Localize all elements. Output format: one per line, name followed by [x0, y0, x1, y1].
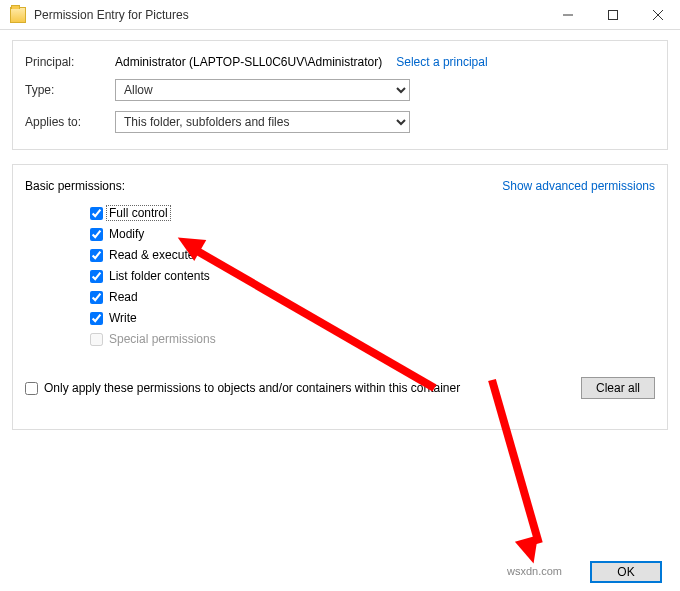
title-bar: Permission Entry for Pictures: [0, 0, 680, 30]
permissions-list: Full control Modify Read & execute List …: [90, 203, 655, 349]
perm-special-label: Special permissions: [109, 332, 216, 346]
select-principal-link[interactable]: Select a principal: [396, 55, 487, 69]
only-apply-label: Only apply these permissions to objects …: [44, 381, 460, 395]
principal-label: Principal:: [25, 55, 115, 69]
perm-read: Read: [90, 287, 655, 307]
perm-modify: Modify: [90, 224, 655, 244]
type-row: Type: Allow: [25, 79, 655, 101]
principal-value: Administrator (LAPTOP-SLL0C6UV\Administr…: [115, 55, 382, 69]
principal-row: Principal: Administrator (LAPTOP-SLL0C6U…: [25, 55, 655, 69]
only-apply-checkbox[interactable]: [25, 382, 38, 395]
perm-write-label: Write: [109, 311, 137, 325]
perm-list-folder-checkbox[interactable]: [90, 270, 103, 283]
perm-full-control-checkbox[interactable]: [90, 207, 103, 220]
perm-read-label: Read: [109, 290, 138, 304]
minimize-button[interactable]: [545, 0, 590, 30]
ok-button[interactable]: OK: [590, 561, 662, 583]
type-label: Type:: [25, 83, 115, 97]
only-apply-row: Only apply these permissions to objects …: [25, 377, 655, 399]
basic-permissions-heading: Basic permissions:: [25, 179, 125, 193]
perm-write: Write: [90, 308, 655, 328]
applies-row: Applies to: This folder, subfolders and …: [25, 111, 655, 133]
clear-all-button[interactable]: Clear all: [581, 377, 655, 399]
perm-special: Special permissions: [90, 329, 655, 349]
perm-list-folder: List folder contents: [90, 266, 655, 286]
applies-label: Applies to:: [25, 115, 115, 129]
perm-write-checkbox[interactable]: [90, 312, 103, 325]
svg-rect-1: [608, 10, 617, 19]
maximize-button[interactable]: [590, 0, 635, 30]
watermark-text: wsxdn.com: [507, 565, 562, 577]
perm-read-checkbox[interactable]: [90, 291, 103, 304]
applies-select[interactable]: This folder, subfolders and files: [115, 111, 410, 133]
advanced-permissions-link[interactable]: Show advanced permissions: [502, 179, 655, 193]
perm-read-execute-checkbox[interactable]: [90, 249, 103, 262]
perm-full-control-label: Full control: [106, 205, 171, 221]
principal-panel: Principal: Administrator (LAPTOP-SLL0C6U…: [12, 40, 668, 150]
perm-modify-label: Modify: [109, 227, 144, 241]
window-title: Permission Entry for Pictures: [34, 8, 545, 22]
perm-read-execute: Read & execute: [90, 245, 655, 265]
perm-read-execute-label: Read & execute: [109, 248, 194, 262]
dialog-body: Principal: Administrator (LAPTOP-SLL0C6U…: [0, 30, 680, 440]
type-select[interactable]: Allow: [115, 79, 410, 101]
perm-list-folder-label: List folder contents: [109, 269, 210, 283]
folder-icon: [10, 7, 26, 23]
perm-special-checkbox: [90, 333, 103, 346]
perm-full-control: Full control: [90, 203, 655, 223]
permissions-panel: Basic permissions: Show advanced permiss…: [12, 164, 668, 430]
dialog-footer: wsxdn.com OK: [590, 561, 662, 583]
close-button[interactable]: [635, 0, 680, 30]
perm-modify-checkbox[interactable]: [90, 228, 103, 241]
